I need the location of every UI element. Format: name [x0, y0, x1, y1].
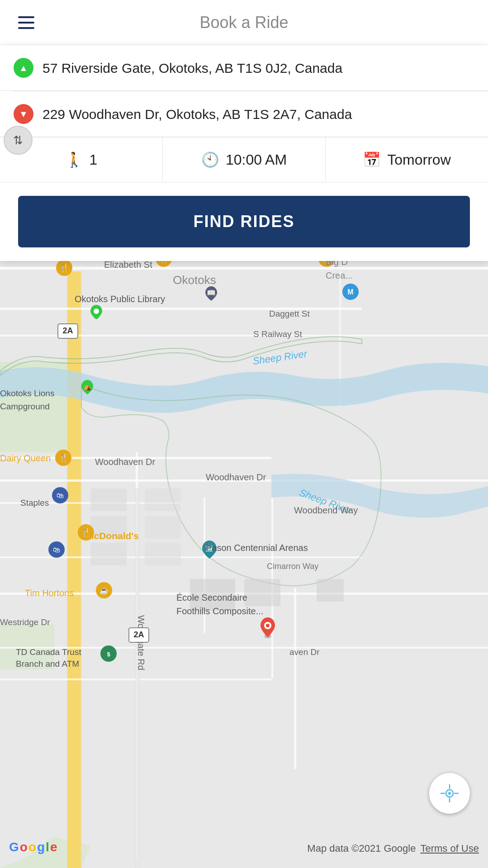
svg-text:Woodbend Way: Woodbend Way	[294, 505, 358, 515]
terms-of-use-link[interactable]: Terms of Use	[420, 843, 479, 854]
svg-text:Pason Centennial Arenas: Pason Centennial Arenas	[206, 543, 308, 553]
svg-text:Dairy Queen: Dairy Queen	[0, 453, 51, 463]
app-header: Book a Ride	[0, 0, 488, 45]
page-title: Book a Ride	[199, 13, 288, 32]
clock-icon: 🕙	[201, 151, 219, 168]
time-selector[interactable]: 🕙 10:00 AM	[163, 138, 326, 182]
date-selector[interactable]: 📅 Tomorrow	[326, 138, 488, 182]
svg-text:☕: ☕	[99, 586, 109, 595]
svg-text:École Secondaire: École Secondaire	[176, 593, 247, 602]
svg-text:Elizabeth St: Elizabeth St	[104, 260, 152, 270]
my-location-button[interactable]	[429, 773, 470, 814]
svg-text:Branch and ATM: Branch and ATM	[16, 659, 79, 669]
svg-text:$: $	[107, 651, 110, 658]
svg-point-63	[266, 624, 270, 627]
svg-rect-19	[294, 588, 296, 769]
dropoff-address-row[interactable]: 229 Woodhaven Dr, Okotoks, AB T1S 2A7, C…	[0, 91, 488, 137]
svg-point-96	[448, 792, 451, 795]
svg-rect-29	[317, 579, 344, 602]
svg-text:2A: 2A	[62, 326, 73, 335]
svg-rect-24	[145, 489, 181, 511]
svg-rect-21	[90, 489, 127, 511]
svg-text:Okotoks: Okotoks	[173, 273, 216, 287]
svg-text:2A: 2A	[133, 630, 144, 639]
svg-text:S Railway St: S Railway St	[253, 329, 302, 339]
svg-text:Foothills Composite...: Foothills Composite...	[176, 606, 263, 616]
svg-text:Crea...: Crea...	[326, 270, 353, 280]
svg-rect-5	[67, 271, 81, 868]
svg-text:🍴: 🍴	[59, 263, 70, 273]
hamburger-menu-button[interactable]	[18, 16, 34, 29]
location-crosshair-icon	[440, 783, 460, 803]
svg-text:Cimarron Way: Cimarron Way	[267, 562, 318, 571]
svg-text:McDonald's: McDonald's	[86, 531, 139, 541]
google-logo: Google	[9, 840, 57, 854]
dropoff-address-text: 229 Woodhaven Dr, Okotoks, AB T1S 2A7, C…	[43, 105, 352, 123]
svg-text:TD Canada Trust: TD Canada Trust	[16, 647, 81, 657]
swap-icon: ⇅	[4, 126, 33, 155]
svg-text:Woodhaven Dr: Woodhaven Dr	[206, 472, 266, 482]
svg-text:Staples: Staples	[20, 498, 49, 508]
date-value: Tomorrow	[387, 152, 450, 168]
svg-text:Westridge Dr: Westridge Dr	[0, 617, 50, 627]
booking-card: ⇅ 57 Riverside Gate, Okotoks, AB T1S 0J2…	[0, 45, 488, 261]
svg-text:Daggett St: Daggett St	[269, 309, 310, 318]
svg-text:Tim Hortons: Tim Hortons	[25, 588, 74, 598]
svg-rect-28	[244, 579, 280, 606]
calendar-icon: 📅	[363, 151, 381, 168]
pickup-address-row[interactable]: 57 Riverside Gate, Okotoks, AB T1S 0J2, …	[0, 45, 488, 91]
map-attribution: Google Map data ©2021 Google Terms of Us…	[0, 840, 488, 854]
swap-addresses-button[interactable]: ⇅	[0, 90, 36, 190]
find-rides-button[interactable]: FIND RIDES	[18, 196, 470, 247]
svg-text:🛍: 🛍	[57, 492, 64, 499]
svg-text:⛺: ⛺	[83, 382, 92, 391]
svg-rect-25	[145, 516, 181, 538]
time-value: 10:00 AM	[226, 152, 287, 168]
svg-text:Okotoks Public Library: Okotoks Public Library	[75, 294, 165, 304]
options-row: 🚶 1 🕙 10:00 AM 📅 Tomorrow	[0, 137, 488, 182]
addresses-section: ⇅ 57 Riverside Gate, Okotoks, AB T1S 0J2…	[0, 45, 488, 137]
svg-text:M: M	[347, 288, 353, 296]
pickup-icon	[14, 58, 33, 78]
pickup-address-text: 57 Riverside Gate, Okotoks, AB T1S 0J2, …	[43, 59, 342, 77]
svg-text:🍴: 🍴	[58, 453, 69, 463]
svg-point-43	[94, 308, 99, 314]
svg-rect-23	[90, 543, 127, 565]
svg-text:Woodhaven Dr: Woodhaven Dr	[95, 457, 155, 467]
svg-text:🛍: 🛍	[53, 546, 60, 554]
svg-rect-26	[145, 543, 181, 565]
svg-rect-6	[0, 267, 488, 270]
svg-text:Campground: Campground	[0, 402, 50, 411]
svg-text:Okotoks Lions: Okotoks Lions	[0, 389, 54, 398]
svg-rect-30	[136, 489, 139, 868]
map-data-attribution: Map data ©2021 Google	[307, 843, 416, 854]
svg-text:📖: 📖	[207, 289, 216, 297]
passengers-count: 1	[90, 152, 98, 168]
passenger-icon: 🚶	[65, 151, 83, 168]
svg-text:aven Dr: aven Dr	[289, 647, 320, 657]
